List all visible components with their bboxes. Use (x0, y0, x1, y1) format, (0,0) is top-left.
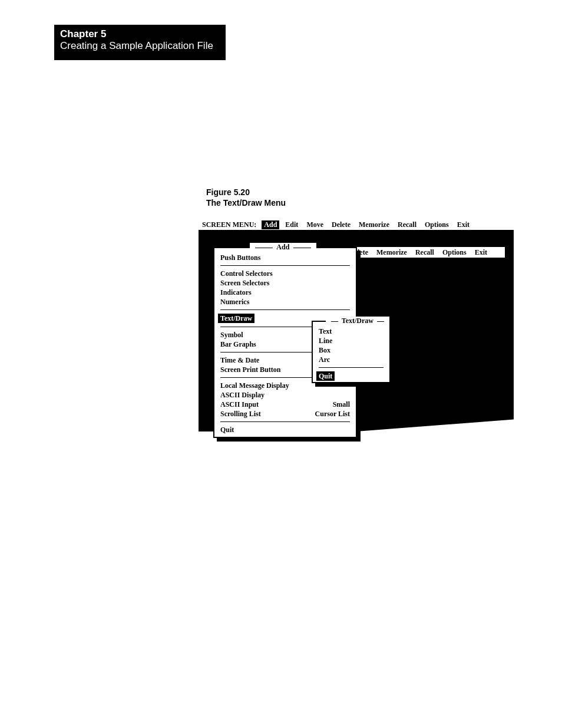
add-item-push-buttons[interactable]: Push Buttons (220, 253, 350, 262)
add-label-cursor-list: Cursor List (315, 409, 350, 419)
chapter-number: Chapter 5 (60, 28, 220, 40)
td-item-quit[interactable]: Quit (316, 371, 335, 381)
menu-item-add[interactable]: Add (262, 220, 279, 229)
menu-echo-recall[interactable]: Recall (411, 248, 438, 257)
add-item-indicators[interactable]: Indicators (220, 288, 350, 297)
add-item-text-draw[interactable]: Text/Draw (218, 314, 254, 323)
add-menu-title: Add (250, 243, 316, 252)
add-item-ascii-input[interactable]: ASCII Input (220, 400, 259, 409)
add-item-numerics[interactable]: Numerics (220, 297, 350, 307)
menu-echo-memorize[interactable]: Memorize (372, 248, 411, 257)
menu-echo-options[interactable]: Options (438, 248, 471, 257)
menu-echo-delete-fragment: lete (358, 248, 372, 257)
add-item-ascii-display[interactable]: ASCII Display (220, 390, 350, 400)
chapter-header: Chapter 5 Creating a Sample Application … (54, 25, 226, 60)
figure-caption: Figure 5.20 The Text/Draw Menu (206, 187, 286, 208)
figure-title: The Text/Draw Menu (206, 197, 286, 208)
td-item-arc[interactable]: Arc (319, 355, 384, 364)
text-draw-menu-title: Text/Draw (326, 317, 389, 325)
td-item-line[interactable]: Line (319, 336, 384, 345)
menu-echo-exit[interactable]: Exit (471, 248, 491, 257)
add-label-small: Small (333, 400, 350, 409)
text-draw-menu-panel: Text/Draw Text Line Box Arc Quit (312, 321, 391, 383)
menu-item-edit[interactable]: Edit (281, 220, 302, 229)
menu-item-memorize[interactable]: Memorize (355, 220, 394, 229)
chapter-title: Creating a Sample Application File (60, 40, 220, 52)
figure-number: Figure 5.20 (206, 187, 286, 197)
screen-menu-bar: SCREEN MENU: Add Edit Move Delete Memori… (200, 219, 501, 230)
figure-screenshot: SCREEN MENU: Add Edit Move Delete Memori… (199, 219, 514, 454)
screen-menu-label: SCREEN MENU: (200, 220, 260, 229)
menu-item-options[interactable]: Options (421, 220, 453, 229)
td-item-box[interactable]: Box (319, 345, 384, 355)
td-item-text[interactable]: Text (319, 327, 384, 336)
menu-item-exit[interactable]: Exit (453, 220, 474, 229)
menu-item-delete[interactable]: Delete (328, 220, 355, 229)
menu-item-move[interactable]: Move (302, 220, 328, 229)
menu-item-recall[interactable]: Recall (394, 220, 421, 229)
add-item-screen-selectors[interactable]: Screen Selectors (220, 278, 350, 288)
add-item-quit[interactable]: Quit (220, 425, 350, 434)
add-item-control-selectors[interactable]: Control Selectors (220, 269, 350, 278)
add-item-scrolling-list[interactable]: Scrolling List (220, 409, 261, 419)
